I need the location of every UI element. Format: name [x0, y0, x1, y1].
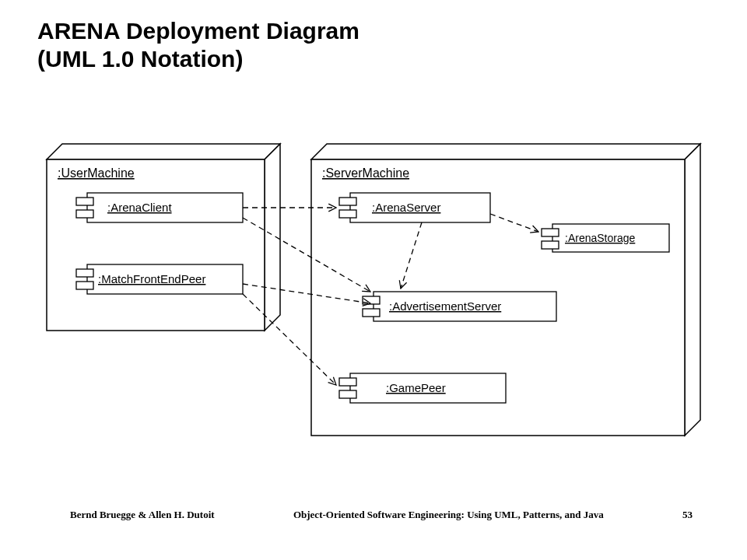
svg-rect-13	[339, 198, 356, 205]
arena-client-label: :ArenaClient	[107, 201, 172, 214]
svg-marker-9	[311, 144, 700, 159]
footer-page-number: 53	[682, 509, 693, 521]
component-arena-storage: :ArenaStorage	[542, 224, 669, 252]
svg-rect-4	[76, 198, 93, 205]
component-arena-server: :ArenaServer	[339, 193, 490, 222]
slide-title: ARENA Deployment Diagram (UML 1.0 Notati…	[37, 17, 359, 73]
svg-rect-14	[339, 210, 356, 218]
user-machine-label: :UserMachine	[58, 166, 135, 180]
server-machine-label: :ServerMachine	[322, 166, 409, 180]
node-user-machine: :UserMachine :ArenaClient :MatchFrontEnd…	[47, 144, 280, 331]
svg-rect-17	[542, 241, 559, 249]
arena-server-label: :ArenaServer	[372, 201, 440, 214]
svg-rect-20	[363, 309, 380, 317]
game-peer-label: :GamePeer	[386, 381, 446, 394]
footer-book-title: Object-Oriented Software Engineering: Us…	[293, 509, 604, 521]
component-advertisement-server: :AdvertisementServer	[363, 292, 556, 321]
component-match-front-end-peer: :MatchFrontEndPeer	[76, 264, 243, 294]
arena-storage-label: :ArenaStorage	[565, 232, 635, 244]
match-front-end-peer-label: :MatchFrontEndPeer	[98, 272, 205, 285]
component-arena-client: :ArenaClient	[76, 193, 243, 222]
svg-marker-1	[265, 144, 280, 331]
svg-marker-0	[47, 144, 280, 159]
title-line-2: (UML 1.0 Notation)	[37, 45, 359, 73]
node-server-machine: :ServerMachine :ArenaServer :ArenaStorag…	[311, 144, 700, 436]
svg-rect-23	[339, 390, 356, 398]
svg-rect-16	[542, 229, 559, 236]
footer-author: Bernd Bruegge & Allen H. Dutoit	[70, 509, 215, 521]
slide-footer: Bernd Bruegge & Allen H. Dutoit Object-O…	[0, 509, 747, 521]
svg-rect-7	[76, 269, 93, 277]
component-game-peer: :GamePeer	[339, 373, 506, 403]
advertisement-server-label: :AdvertisementServer	[389, 299, 501, 313]
svg-rect-5	[76, 210, 93, 218]
svg-rect-22	[339, 378, 356, 386]
svg-rect-2	[47, 159, 265, 331]
title-line-1: ARENA Deployment Diagram	[37, 17, 359, 45]
svg-marker-10	[685, 144, 700, 436]
svg-rect-8	[76, 282, 93, 289]
deployment-diagram: :UserMachine :ArenaClient :MatchFrontEnd…	[31, 132, 716, 467]
